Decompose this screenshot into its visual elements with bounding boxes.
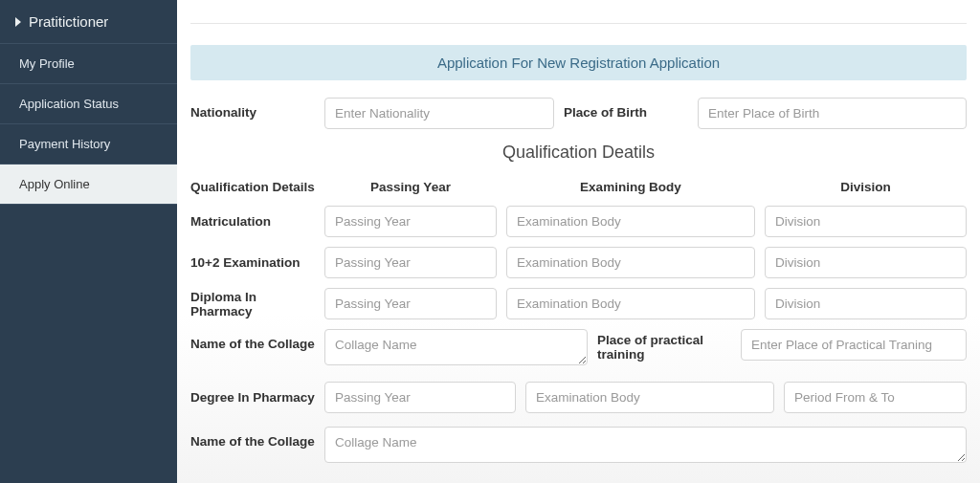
10plus2-exam-body-input[interactable] [506, 247, 755, 278]
qual-row-diploma: Diploma In Pharmacy [190, 288, 967, 319]
chevron-right-icon [15, 17, 21, 27]
qual-row-10plus2: 10+2 Examination [190, 247, 967, 278]
form-banner: Application For New Registration Applica… [190, 45, 967, 80]
sidebar-item-application-status[interactable]: Application Status [0, 84, 177, 124]
nationality-label: Nationality [190, 98, 315, 120]
row-label: 10+2 Examination [190, 255, 315, 270]
practical-training-label: Place of practical training [597, 329, 731, 362]
sidebar-item-label: Apply Online [19, 177, 90, 191]
sidebar-item-label: Application Status [19, 97, 119, 111]
collage2-label: Name of the Collage [190, 427, 315, 449]
collage2-name-input[interactable] [324, 427, 967, 463]
degree-row: Degree In Pharmacy [190, 382, 967, 413]
personal-row: Nationality Place of Birth [190, 98, 967, 129]
sidebar-item-label: My Profile [19, 56, 75, 71]
sidebar-header[interactable]: Pratitictioner [0, 0, 177, 44]
col-division: Division [765, 180, 967, 194]
sidebar-title: Pratitictioner [29, 13, 108, 30]
matric-passing-year-input[interactable] [324, 206, 497, 237]
pob-input[interactable] [698, 98, 967, 129]
qualification-header-row: Qualification Details Passing Year Exami… [190, 180, 967, 194]
degree-label: Degree In Pharmacy [190, 390, 315, 405]
qualification-section-title: Qualification Deatils [190, 143, 967, 163]
sidebar-item-label: Payment History [19, 137, 110, 151]
degree-exam-body-input[interactable] [525, 382, 774, 413]
pob-label: Place of Birth [564, 98, 688, 120]
10plus2-division-input[interactable] [765, 247, 967, 278]
diploma-exam-body-input[interactable] [506, 288, 755, 319]
degree-passing-year-input[interactable] [324, 382, 516, 413]
top-divider [190, 23, 967, 24]
top-strip [190, 0, 967, 23]
collage-row-2: Name of the Collage [190, 427, 967, 466]
diploma-passing-year-input[interactable] [324, 288, 497, 319]
practical-training-input[interactable] [741, 329, 967, 361]
col-examining-body: Examining Body [506, 180, 755, 194]
nationality-input[interactable] [324, 98, 554, 129]
row-label: Diploma In Pharmacy [190, 290, 315, 318]
degree-period-input[interactable] [784, 382, 967, 413]
qual-row-matriculation: Matriculation [190, 206, 967, 237]
matric-exam-body-input[interactable] [506, 206, 755, 237]
main-content: Application For New Registration Applica… [177, 0, 980, 483]
10plus2-passing-year-input[interactable] [324, 247, 497, 278]
matric-division-input[interactable] [765, 206, 967, 237]
collage-name-input[interactable] [324, 329, 588, 365]
sidebar: Pratitictioner My Profile Application St… [0, 0, 177, 483]
qualification-details-label: Qualification Details [190, 180, 315, 194]
diploma-division-input[interactable] [765, 288, 967, 319]
row-label: Matriculation [190, 214, 315, 229]
sidebar-item-payment-history[interactable]: Payment History [0, 124, 177, 165]
sidebar-item-my-profile[interactable]: My Profile [0, 44, 177, 84]
col-passing-year: Passing Year [324, 180, 497, 194]
sidebar-item-apply-online[interactable]: Apply Online [0, 165, 177, 205]
collage-label: Name of the Collage [190, 329, 315, 351]
collage-row-1: Name of the Collage Place of practical t… [190, 329, 967, 368]
